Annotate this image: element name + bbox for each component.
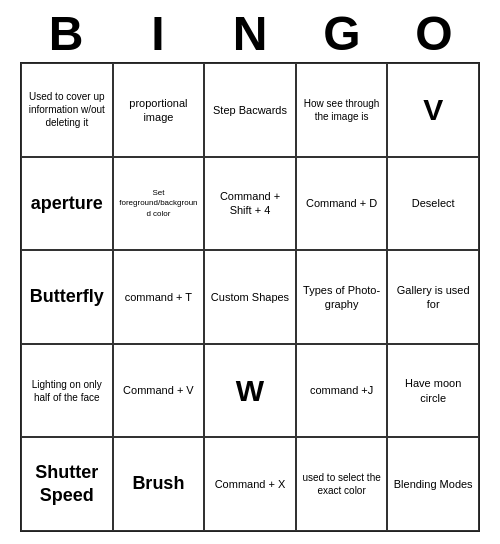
bingo-cell-20: Shutter Speed (21, 437, 113, 531)
bingo-grid: Used to cover up information w/out delet… (20, 62, 480, 532)
title-letter-n: N (210, 10, 290, 58)
bingo-cell-12: Custom Shapes (204, 250, 296, 344)
bingo-cell-15: Lighting on only half of the face (21, 344, 113, 438)
bingo-cell-0: Used to cover up information w/out delet… (21, 63, 113, 157)
bingo-title: B I N G O (20, 10, 480, 58)
bingo-cell-18: command +J (296, 344, 388, 438)
bingo-cell-6: Set foreground/background color (113, 157, 205, 251)
bingo-cell-11: command + T (113, 250, 205, 344)
bingo-cell-8: Command + D (296, 157, 388, 251)
title-letter-o: O (394, 10, 474, 58)
bingo-cell-7: Command + Shift + 4 (204, 157, 296, 251)
bingo-cell-3: How see through the image is (296, 63, 388, 157)
bingo-cell-21: Brush (113, 437, 205, 531)
bingo-cell-19: Have moon circle (387, 344, 479, 438)
bingo-cell-24: Blending Modes (387, 437, 479, 531)
title-letter-b: B (26, 10, 106, 58)
bingo-cell-10: Butterfly (21, 250, 113, 344)
title-letter-i: I (118, 10, 198, 58)
bingo-cell-23: used to select the exact color (296, 437, 388, 531)
title-letter-g: G (302, 10, 382, 58)
bingo-cell-2: Step Bacwards (204, 63, 296, 157)
bingo-cell-13: Types of Photo-graphy (296, 250, 388, 344)
bingo-cell-22: Command + X (204, 437, 296, 531)
bingo-cell-17: W (204, 344, 296, 438)
bingo-cell-9: Deselect (387, 157, 479, 251)
bingo-cell-1: proportional image (113, 63, 205, 157)
bingo-cell-5: aperture (21, 157, 113, 251)
bingo-cell-14: Gallery is used for (387, 250, 479, 344)
bingo-cell-16: Command + V (113, 344, 205, 438)
bingo-cell-4: V (387, 63, 479, 157)
